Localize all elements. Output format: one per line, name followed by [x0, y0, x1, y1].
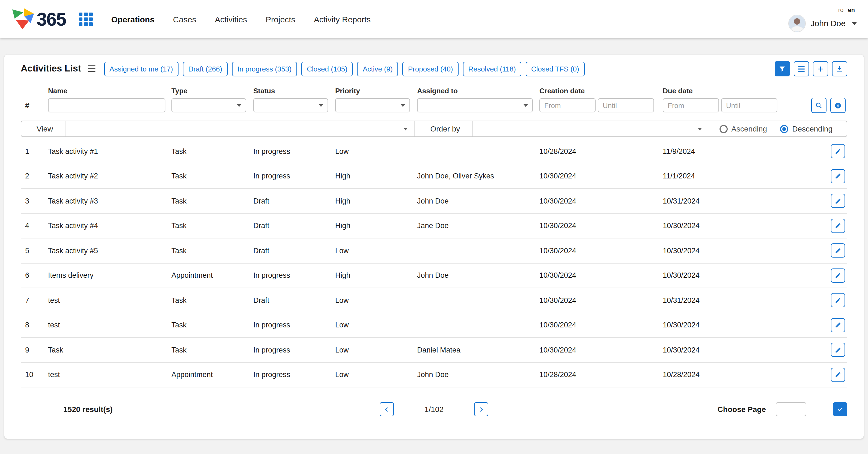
radio-circle-icon: [780, 125, 788, 133]
cell-assigned-to: John Doe: [417, 371, 539, 379]
filter-chip[interactable]: Closed TFS (0): [526, 61, 585, 76]
chevron-down-icon: [401, 104, 405, 107]
due-until-input[interactable]: [721, 98, 777, 112]
nav-item-activities[interactable]: Activities: [214, 12, 248, 26]
edit-button[interactable]: [831, 293, 845, 307]
cell-due-date: 10/31/2024: [663, 197, 779, 205]
lang-en[interactable]: en: [848, 6, 855, 13]
cell-type: Task: [172, 346, 253, 354]
row-number: 9: [21, 346, 48, 354]
search-button[interactable]: [811, 98, 827, 113]
cell-creation-date: 10/30/2024: [539, 247, 663, 255]
cell-type: Task: [172, 222, 253, 230]
view-select[interactable]: [65, 121, 414, 136]
priority-select[interactable]: [335, 98, 410, 112]
radio-descending[interactable]: Descending: [780, 124, 833, 133]
cell-status: In progress: [253, 147, 335, 156]
list-menu-icon[interactable]: [87, 65, 96, 72]
filter-chip[interactable]: Resolved (118): [463, 61, 521, 76]
cell-type: Task: [172, 147, 253, 156]
name-label: Name: [48, 87, 172, 95]
filter-chip[interactable]: Active (9): [357, 61, 398, 76]
brand-logo[interactable]: 365: [10, 8, 66, 31]
prev-page-button[interactable]: [380, 402, 394, 416]
chevron-down-icon: [403, 127, 408, 130]
pagination: 1/102: [380, 402, 488, 416]
nav-item-operations[interactable]: Operations: [110, 12, 155, 26]
results-count: 1520 result(s): [63, 405, 113, 414]
cell-name: test: [48, 296, 172, 304]
filter-chip[interactable]: Assigned to me (17): [104, 61, 179, 76]
cell-type: Appointment: [172, 371, 253, 379]
row-number: 7: [21, 296, 48, 304]
table-row: 1 Task activity #1 Task In progress Low …: [21, 139, 847, 164]
edit-button[interactable]: [831, 343, 845, 357]
cell-name: Items delivery: [48, 271, 172, 280]
pencil-icon: [835, 222, 841, 229]
activities-card: Activities List Assigned to me (17)Draft…: [4, 55, 864, 439]
edit-button[interactable]: [831, 268, 845, 283]
cell-due-date: 10/31/2024: [663, 296, 779, 304]
row-number-header: #: [21, 101, 48, 110]
app-root: 365 OperationsCasesActivitiesProjectsAct…: [0, 0, 868, 454]
filter-inputs-row: #: [21, 98, 847, 113]
type-label: Type: [172, 87, 253, 95]
row-number: 8: [21, 321, 48, 329]
row-number: 10: [21, 371, 48, 379]
edit-button[interactable]: [831, 244, 845, 258]
choose-page-input[interactable]: [776, 402, 806, 416]
nav-item-projects[interactable]: Projects: [265, 12, 296, 26]
edit-button[interactable]: [831, 219, 845, 233]
assigned-to-select[interactable]: [417, 98, 533, 112]
status-label: Status: [253, 87, 335, 95]
cell-due-date: 10/30/2024: [663, 247, 779, 255]
filter-button[interactable]: [775, 61, 790, 76]
creation-until-input[interactable]: [598, 98, 654, 112]
filter-chip[interactable]: Draft (266): [183, 61, 228, 76]
cell-status: In progress: [253, 172, 335, 180]
edit-button[interactable]: [831, 368, 845, 382]
download-button[interactable]: [832, 61, 847, 76]
type-select[interactable]: [172, 98, 246, 112]
cell-creation-date: 10/28/2024: [539, 371, 663, 379]
radio-ascending[interactable]: Ascending: [719, 124, 767, 133]
nav-right: ro en John Doe: [788, 4, 857, 34]
order-by-select[interactable]: [472, 121, 708, 136]
list-view-button[interactable]: [794, 61, 809, 76]
cell-type: Appointment: [172, 271, 253, 280]
table-row: 2 Task activity #2 Task In progress High…: [21, 164, 847, 189]
due-from-input[interactable]: [663, 98, 719, 112]
status-select[interactable]: [253, 98, 328, 112]
priority-label: Priority: [335, 87, 417, 95]
edit-button[interactable]: [831, 169, 845, 183]
search-icon: [815, 101, 823, 109]
creation-from-input[interactable]: [539, 98, 596, 112]
edit-button[interactable]: [831, 194, 845, 208]
reset-filters-button[interactable]: [830, 98, 846, 113]
user-menu[interactable]: John Doe: [788, 14, 857, 32]
cell-priority: Low: [335, 321, 417, 329]
cell-status: Draft: [253, 296, 335, 304]
add-button[interactable]: [813, 61, 828, 76]
apps-grid-icon[interactable]: [79, 12, 93, 26]
table-row: 6 Items delivery Appointment In progress…: [21, 263, 847, 288]
pencil-icon: [835, 272, 841, 279]
cell-priority: Low: [335, 147, 417, 156]
edit-button[interactable]: [831, 144, 845, 159]
user-name: John Doe: [811, 19, 846, 28]
nav-item-cases[interactable]: Cases: [172, 12, 197, 26]
filter-chip[interactable]: Closed (105): [301, 61, 353, 76]
creation-date-label: Creation date: [539, 87, 663, 95]
lang-ro[interactable]: ro: [838, 6, 844, 13]
edit-button[interactable]: [831, 318, 845, 332]
page-indicator: 1/102: [425, 405, 443, 414]
pencil-icon: [835, 297, 841, 304]
nav-item-activity-reports[interactable]: Activity Reports: [313, 12, 372, 26]
cell-priority: High: [335, 222, 417, 230]
go-to-page-button[interactable]: [833, 402, 847, 416]
filter-chip[interactable]: Proposed (40): [403, 61, 459, 76]
next-page-button[interactable]: [474, 402, 488, 416]
name-input[interactable]: [48, 98, 165, 112]
filter-chip[interactable]: In progress (353): [232, 61, 297, 76]
cell-priority: Low: [335, 296, 417, 304]
